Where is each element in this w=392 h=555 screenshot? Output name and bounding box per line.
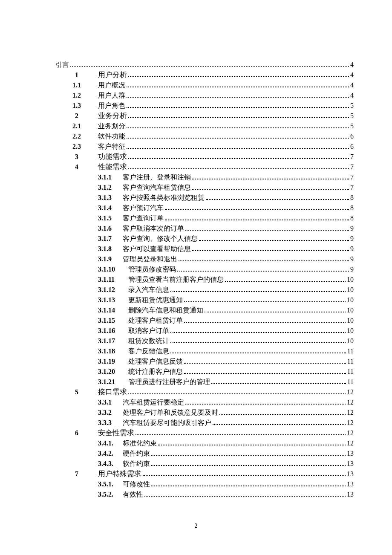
toc-entry-title: 处理客户信息反馈 [128,356,183,367]
toc-entry-page: 9 [350,264,354,275]
toc-entry[interactable]: 3.1.16取消客户订单 10 [55,326,354,336]
toc-sub-number: 3.1.14 [98,305,121,315]
toc-entry-page: 10 [347,326,354,336]
toc-intro-label: 引言 [55,60,69,70]
toc-entry[interactable]: 2.2软件功能6 [55,131,354,142]
toc-entry[interactable]: 1用户分析4 [55,70,354,80]
toc-entry[interactable]: 3功能需求7 [55,152,354,162]
toc-entry-page: 11 [347,356,354,367]
toc-sub-number: 3.4.3. [98,459,116,469]
toc-entry[interactable]: 3.3.2处理客户订单和反馈意见要及时 12 [55,408,354,418]
toc-entry[interactable]: 3.1.15处理客户租赁订单 10 [55,315,354,326]
leader-dots [179,255,349,261]
leader-dots [135,429,346,435]
toc-entry-number: 1.3 [55,101,98,111]
leader-dots [185,399,346,405]
toc-entry-page: 10 [347,295,354,305]
toc-entry-title: 汽车租赁运行要稳定 [123,397,184,408]
toc-entry[interactable]: 3.1.10管理员修改密码 9 [55,264,354,275]
toc-entry[interactable]: 3.1.1客户注册、登录和注销 7 [55,172,354,182]
toc-entry-content: 用户分析4 [98,70,354,80]
toc-entry[interactable]: 3.5.2.有效性 13 [55,489,354,500]
toc-entry-number: 5 [55,387,98,397]
toc-sub-number: 3.1.16 [98,326,121,336]
toc-entry[interactable]: 3.1.13更新租赁优惠通知 10 [55,295,354,305]
toc-entry-title: 取消客户订单 [128,326,169,336]
leader-dots [192,184,349,190]
toc-entry-page: 7 [350,172,354,182]
leader-dots [151,480,346,486]
toc-entry-number: 4 [55,162,98,172]
leader-dots [170,327,346,333]
toc-entry[interactable]: 3.1.5客户查询订单 8 [55,213,354,223]
toc-sub-number: 3.1.12 [98,285,121,295]
toc-entry[interactable]: 3.1.7客户查询、修改个人信息 9 [55,234,354,244]
toc-entry[interactable]: 7用户特殊需求 13 [55,469,354,479]
toc-entry[interactable]: 5接口需求 12 [55,387,354,397]
toc-entry[interactable]: 3.1.2客户查询汽车租赁信息 7 [55,182,354,193]
toc-entry[interactable]: 1.3用户角色5 [55,101,354,111]
toc-entry[interactable]: 3.1.12录入汽车信息 10 [55,285,354,295]
toc-sub-number: 3.1.8 [98,244,116,254]
leader-dots [211,378,346,384]
toc-entry-content: 3.1.19处理客户信息反馈 11 [98,356,354,367]
toc-entry-content: 3.1.7客户查询、修改个人信息 9 [98,234,354,244]
toc-entry-number: 2 [55,111,98,121]
toc-entry[interactable]: 3.1.3客户按照各类标准浏览租赁 8 [55,193,354,203]
toc-entry-content: 3.1.14删除汽车信息和租赁通知 10 [98,305,354,315]
toc-entry[interactable]: 3.1.14删除汽车信息和租赁通知 10 [55,305,354,315]
toc-sub-number: 3.1.6 [98,223,116,234]
toc-entry-page: 12 [347,408,354,418]
toc-entry[interactable]: 3.1.4客户预订汽车 8 [55,203,354,213]
toc-sub-number: 3.1.1 [98,172,116,182]
toc-entry[interactable]: 3.1.20统计注册客户信息 11 [55,367,354,377]
toc-entry-page: 10 [347,305,354,315]
toc-entry[interactable]: 2业务分析5 [55,111,354,121]
leader-dots [127,122,349,128]
toc-entry[interactable]: 3.4.2.硬件约束 13 [55,448,354,459]
toc-entry[interactable]: 3.1.17租赁次数统计 10 [55,336,354,346]
toc-entry[interactable]: 3.1.8客户可以查看帮助信息 9 [55,244,354,254]
leader-dots [192,173,349,179]
toc-entry[interactable]: 1.2用户人群4 [55,90,354,101]
toc-entry[interactable]: 3.5.1.可修改性 13 [55,479,354,489]
toc-entry[interactable]: 3.1.18客户反馈信息 11 [55,346,354,356]
toc-entry-title: 业务分析 [98,111,127,121]
toc-entry[interactable]: 3.1.9管理员登录和退出 9 [55,254,354,264]
leader-dots [128,112,349,118]
toc-entry[interactable]: 4性能需求 7 [55,162,354,172]
toc-entry-content: 3.1.4客户预订汽车 8 [98,203,354,213]
toc-entry[interactable]: 3.1.6客户取消本次的订单 9 [55,223,354,234]
toc-entry-number: 3 [55,152,98,162]
toc-sub-number: 3.1.15 [98,315,121,326]
toc-entry[interactable]: 3.3.3汽车租赁要尽可能的吸引客户 12 [55,418,354,428]
toc-entry[interactable]: 6安全性需求 12 [55,428,354,438]
toc-intro-row[interactable]: 引言 4 [55,60,354,70]
toc-entry[interactable]: 2.1业务划分5 [55,121,354,131]
toc-entry-content: 业务划分5 [98,121,354,131]
toc-entry[interactable]: 2.3客户特征6 [55,142,354,152]
toc-sub-number: 3.5.1. [98,479,116,489]
toc-entry-page: 7 [350,152,354,162]
toc-entry[interactable]: 3.1.19处理客户信息反馈 11 [55,356,354,367]
toc-entry-title: 用户概况 [98,80,125,90]
toc-entry-page: 8 [350,193,354,203]
toc-entry[interactable]: 3.1.21管理员进行注册客户的管理 11 [55,377,354,387]
toc-entry-content: 软件功能6 [98,131,354,142]
toc-entry-page: 12 [347,397,354,408]
toc-entry-content: 3.1.15处理客户租赁订单 10 [98,315,354,326]
toc-entry-title: 可修改性 [123,479,150,489]
leader-dots [128,388,346,394]
toc-entry-content: 功能需求7 [98,152,354,162]
toc-entry-page: 12 [347,387,354,397]
leader-dots [170,337,346,343]
toc-entry[interactable]: 1.1用户概况4 [55,80,354,90]
leader-dots [213,419,346,425]
toc-entry[interactable]: 3.4.1.标准化约束 12 [55,438,354,448]
toc-entry-title: 汽车租赁要尽可能的吸引客户 [123,418,211,428]
toc-entry[interactable]: 3.4.3.软件约束 13 [55,459,354,469]
leader-dots [158,439,346,445]
toc-entry-content: 3.5.1.可修改性 13 [98,479,354,489]
toc-entry[interactable]: 3.3.1汽车租赁运行要稳定 12 [55,397,354,408]
toc-entry[interactable]: 3.1.11管理员查看当前注册客户的信息10 [55,275,354,285]
